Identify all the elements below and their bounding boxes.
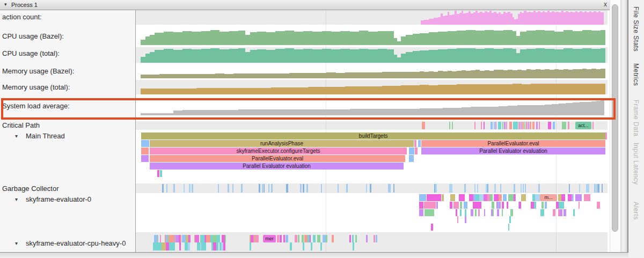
cpu-heavy-row1-sparse[interactable]: [332, 235, 334, 242]
trace-slice[interactable]: [442, 194, 444, 201]
critical-path-ticks[interactable]: [506, 122, 507, 129]
critical-path-ticks[interactable]: [530, 122, 531, 129]
track-row-cpu-usage-total[interactable]: CPU usage (total):: [0, 49, 134, 58]
gc-ticks[interactable]: [525, 184, 526, 193]
critical-path-ticks[interactable]: [548, 122, 551, 129]
cpu-heavy-r1a[interactable]: [170, 235, 174, 242]
gc-ticks[interactable]: [594, 184, 595, 193]
track-row-cpu-usage-bazel[interactable]: CPU usage (Bazel):: [0, 32, 134, 41]
cpu-heavy-r1d[interactable]: [304, 235, 308, 242]
evaluator0-r2b[interactable]: [597, 202, 601, 209]
critical-path-ticks[interactable]: [539, 122, 540, 129]
evaluator0-r3a[interactable]: [502, 209, 503, 216]
track-row-memory-usage-bazel[interactable]: Memory usage (Bazel):: [0, 67, 134, 76]
slice-chip[interactable]: act...: [575, 122, 591, 129]
trace-slice[interactable]: [427, 194, 441, 201]
gc-ticks[interactable]: [436, 184, 437, 193]
trace-slice[interactable]: [509, 216, 511, 223]
critical-path-ticks[interactable]: [562, 122, 566, 129]
evaluator0-r2a[interactable]: [502, 202, 504, 209]
evaluator0-r1b[interactable]: [561, 194, 565, 201]
evaluator0-r2a[interactable]: [464, 202, 467, 209]
critical-path-ticks[interactable]: [474, 122, 475, 129]
evaluator0-r1b[interactable]: [577, 194, 582, 201]
cpu-heavy-row1-sparse[interactable]: [349, 235, 351, 242]
cpu-heavy-row2-sparse[interactable]: [303, 242, 304, 250]
cpu-heavy-r1c[interactable]: [280, 235, 282, 242]
gc-ticks[interactable]: [602, 184, 603, 193]
evaluator0-r2a[interactable]: [519, 202, 521, 209]
gc-ticks[interactable]: [241, 184, 243, 193]
gc-ticks[interactable]: [474, 184, 476, 193]
evaluator0-r2b[interactable]: [541, 202, 544, 209]
critical-path-ticks[interactable]: [484, 122, 485, 129]
trace-slice[interactable]: ParallelEvaluator.eval: [150, 155, 405, 162]
trace-slice[interactable]: [419, 194, 426, 201]
gc-ticks[interactable]: [514, 184, 515, 193]
cpu-heavy-r2a[interactable]: [166, 242, 169, 250]
cpu-heavy-row2-sparse[interactable]: [250, 242, 251, 250]
cpu-heavy-r1b[interactable]: [255, 235, 259, 242]
trace-slice[interactable]: [424, 202, 436, 209]
trace-slice[interactable]: [465, 216, 466, 223]
gc-ticks[interactable]: [569, 184, 570, 193]
cpu-heavy-r2a[interactable]: [197, 242, 201, 250]
cpu-heavy-r1a[interactable]: [201, 235, 204, 242]
cpu-heavy-r1a[interactable]: [157, 235, 158, 242]
evaluator0-r3a[interactable]: [471, 209, 473, 216]
trace-slice[interactable]: [409, 148, 414, 154]
evaluator0-r3a[interactable]: [497, 209, 499, 216]
close-button[interactable]: x: [602, 1, 609, 8]
cpu-heavy-r1c[interactable]: [287, 235, 288, 242]
evaluator0-r3a[interactable]: [491, 209, 493, 216]
track-row-skyframe-evaluator-0[interactable]: ▾skyframe-evaluator-0: [0, 195, 134, 204]
evaluator0-r1a[interactable]: [494, 194, 499, 201]
gc-ticks[interactable]: [486, 184, 487, 193]
gc-ticks[interactable]: [166, 184, 167, 193]
gc-ticks[interactable]: [370, 184, 371, 193]
trace-slice[interactable]: [431, 224, 433, 231]
critical-path-ticks[interactable]: [568, 122, 569, 129]
critical-path-ticks[interactable]: [553, 122, 555, 129]
evaluator0-r3a[interactable]: [484, 209, 485, 216]
evaluator0-r2b[interactable]: [545, 202, 547, 209]
evaluator0-r1b[interactable]: [559, 194, 561, 201]
evaluator0-r1a[interactable]: [498, 194, 502, 201]
gc-ticks[interactable]: [173, 184, 175, 193]
side-tab-file-size-stats[interactable]: File Size Stats: [632, 6, 640, 51]
cpu-heavy-r1a[interactable]: [217, 235, 220, 242]
cpu-heavy-r1a[interactable]: [195, 235, 199, 242]
evaluator0-r3a[interactable]: [510, 209, 513, 216]
evaluator0-r2a[interactable]: [478, 202, 481, 209]
critical-path-ticks[interactable]: [528, 122, 529, 129]
trace-slice[interactable]: Parallel Evaluator evaluation: [421, 148, 605, 154]
evaluator0-r1b[interactable]: [571, 194, 573, 201]
track-row-garbage-collector[interactable]: Garbage Collector: [0, 185, 134, 194]
slice-chip[interactable]: m...: [540, 194, 557, 201]
evaluator0-r3b[interactable]: [541, 209, 544, 216]
trace-slice[interactable]: [141, 148, 149, 154]
track-row-action-count[interactable]: action count:: [0, 13, 134, 22]
evaluator0-r1b[interactable]: [575, 194, 577, 201]
cpu-heavy-r1a[interactable]: [205, 235, 206, 242]
cpu-heavy-r1a[interactable]: [222, 235, 225, 242]
vertical-scrollbar-thumb[interactable]: [612, 4, 618, 232]
side-tab-frame-data[interactable]: Frame Data: [632, 100, 640, 136]
gc-ticks[interactable]: [598, 184, 599, 193]
cpu-heavy-r1d[interactable]: [302, 235, 304, 242]
trace-slice[interactable]: buildTargets: [141, 132, 605, 139]
critical-path-ticks[interactable]: [422, 122, 425, 129]
critical-path-ticks[interactable]: [522, 122, 524, 129]
gc-ticks[interactable]: [232, 184, 234, 193]
critical-path-ticks[interactable]: [504, 122, 506, 129]
critical-path-ticks[interactable]: [498, 122, 501, 129]
evaluator0-r1a[interactable]: [450, 194, 455, 201]
track-row-critical-path[interactable]: Critical Path: [0, 121, 134, 130]
gc-ticks[interactable]: [321, 184, 323, 193]
evaluator0-r2b[interactable]: [559, 202, 562, 209]
gc-ticks[interactable]: [259, 184, 260, 193]
evaluator0-r2b[interactable]: [579, 202, 580, 209]
trace-slice[interactable]: Parallel Evaluator evaluation: [150, 163, 404, 169]
gc-ticks[interactable]: [538, 184, 540, 193]
trace-slice[interactable]: [418, 140, 421, 147]
